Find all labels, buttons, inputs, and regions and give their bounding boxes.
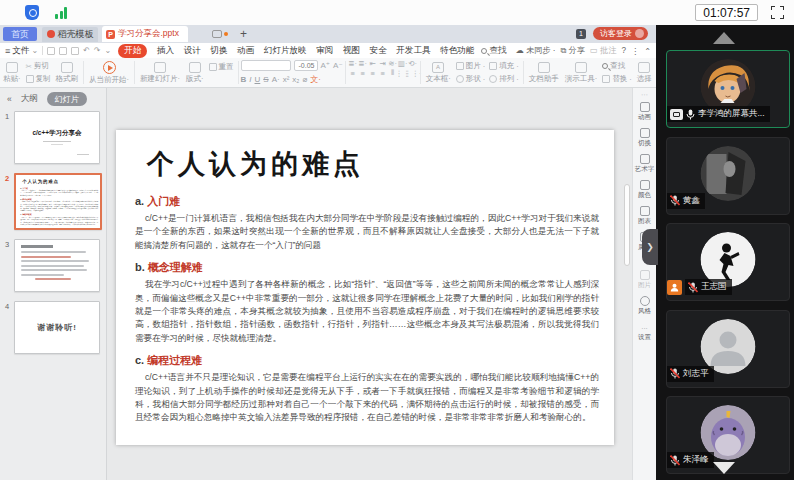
bullet-list-icon[interactable]: ≣· [348, 59, 357, 68]
print-icon[interactable] [59, 47, 67, 55]
clear-format-button[interactable]: ⌀ [302, 75, 307, 84]
menu-slideshow[interactable]: 幻灯片放映 [264, 45, 307, 57]
slides-tab[interactable]: 幻灯片 [47, 92, 87, 106]
scroll-down-arrow[interactable] [713, 462, 735, 474]
outline-tab[interactable]: 大纲 [21, 93, 38, 105]
subscript-button[interactable]: x₂ [292, 75, 299, 84]
decrease-font-icon[interactable]: A⁻ [333, 61, 343, 70]
guest-login-button[interactable]: 访客登录 [593, 27, 648, 40]
new-slide-button[interactable]: 新建幻灯片· [139, 62, 181, 84]
comment-button[interactable]: ▭ 批注 [590, 45, 616, 56]
undo-icon[interactable]: ↶ [83, 46, 90, 55]
panel-expander-handle[interactable]: ❯ [642, 229, 658, 265]
tab-home[interactable]: 首页 [3, 27, 37, 41]
arrange-button[interactable]: 排列· [489, 74, 519, 84]
menu-features[interactable]: 特色功能 [440, 45, 474, 57]
collapse-ribbon-icon[interactable]: ⌃ [644, 46, 651, 56]
help-button[interactable]: ? [621, 46, 626, 55]
strikethrough-button[interactable]: S [263, 75, 268, 84]
participant-tile-wangzhiguo[interactable]: 王志国 [666, 223, 790, 301]
tool-settings[interactable]: ···设置 [638, 325, 651, 342]
slide-thumbnail-1[interactable]: 1 c/c++学习分享会 [0, 111, 106, 164]
menu-devtools[interactable]: 开发工具 [396, 45, 430, 57]
security-shield-icon[interactable] [25, 5, 39, 20]
menu-start[interactable]: 开始 [118, 44, 147, 58]
line-spacing-icon[interactable]: ≋· [388, 59, 397, 68]
cut-button[interactable]: ✂剪切 [26, 61, 51, 71]
align-left-icon[interactable]: ≡ [350, 69, 354, 78]
font-color-button[interactable]: A· [272, 75, 280, 84]
tool-transition[interactable]: 切换 [638, 128, 651, 148]
play-from-current-button[interactable]: 从当前开始· [88, 61, 130, 85]
highlight-button[interactable]: 文· [310, 74, 321, 85]
justify-icon[interactable]: ≡ [380, 69, 384, 78]
strip-handle[interactable]: ⋯ [641, 92, 648, 97]
menu-insert[interactable]: 插入 [157, 45, 174, 57]
superscript-button[interactable]: x² [283, 75, 290, 84]
current-slide[interactable]: 个人认为的难点 a. 入门难 c/C++是一门计算机语言，我相信包括我在内大部分… [116, 130, 614, 445]
participant-tile-lixuehong[interactable]: 李学鸿的屏幕共... [666, 50, 790, 128]
more-quick-icon[interactable]: ⌄ [105, 46, 112, 55]
menu-find[interactable]: 查找 [481, 45, 506, 57]
fill-button[interactable]: 填充· [489, 61, 519, 71]
paste-button[interactable]: 粘贴· [2, 62, 22, 84]
new-tab-button[interactable]: + [240, 27, 247, 41]
menu-design[interactable]: 设计 [184, 45, 201, 57]
scroll-up-arrow[interactable] [713, 32, 735, 44]
slide-thumbnail-3[interactable]: 3 [0, 239, 106, 292]
tab-document[interactable]: P学习分享会.pptx [102, 26, 188, 42]
reset-button[interactable]: 重置 [209, 62, 234, 72]
collapse-panel-icon[interactable]: « [7, 94, 12, 104]
tab-docer[interactable]: 稻壳模板 [42, 27, 98, 42]
window-badge[interactable]: 1 [576, 29, 586, 39]
menu-review[interactable]: 审阅 [316, 45, 333, 57]
find-button[interactable]: 查找 [602, 61, 632, 71]
share-button[interactable]: ⧉ 分享 [560, 45, 585, 56]
increase-font-icon[interactable]: A⁺ [321, 61, 331, 70]
align-right-icon[interactable]: ≡ [370, 69, 374, 78]
slide-thumbnail-4[interactable]: 4 谢谢聆听! [0, 301, 106, 354]
participant-tile-huangxin[interactable]: 黄鑫 [666, 137, 790, 215]
menu-view[interactable]: 视图 [343, 45, 360, 57]
tab-message-area[interactable] [212, 30, 228, 38]
sync-status[interactable]: ☁ 未同步 · [515, 45, 555, 56]
bold-button[interactable]: B [241, 75, 247, 84]
distribute-icon[interactable]: ⫴ [391, 68, 394, 78]
format-painter-button[interactable]: 格式刷 [55, 62, 80, 84]
char-spacing-input[interactable]: -0.05 [294, 60, 318, 71]
columns-icon[interactable]: ▥· [398, 59, 408, 68]
layout-button[interactable]: 版式· [185, 62, 205, 84]
participant-tile-liuzhiping[interactable]: 刘志平 [666, 310, 790, 388]
direction-icon[interactable]: ⟲· [408, 59, 417, 68]
copy-button[interactable]: 复制 [26, 74, 51, 84]
tool-animation[interactable]: 动画 [638, 102, 651, 122]
menu-security[interactable]: 安全 [370, 45, 387, 57]
tool-picture[interactable]: 图片 [638, 270, 651, 290]
tool-style[interactable]: 风格 [638, 296, 651, 316]
text-box-button[interactable]: A文本框· [425, 62, 452, 84]
replace-button[interactable]: 替换· [602, 74, 632, 84]
underline-button[interactable]: U [255, 75, 261, 84]
network-signal-icon[interactable] [55, 6, 67, 19]
select-button[interactable]: 选择 [636, 62, 653, 84]
outdent-icon[interactable]: ⇤ [369, 59, 375, 68]
number-list-icon[interactable]: ≣· [358, 59, 367, 68]
slide-thumbnail-2[interactable]: 2 个人认为的难点 a. 入门难 c/C++是一门计算机语言，我相信包括我在内大… [0, 173, 106, 230]
italic-button[interactable]: I [249, 75, 251, 84]
editor-scrollbar[interactable] [622, 88, 632, 480]
tool-wordart[interactable]: 艺术字 [635, 154, 655, 174]
align-center-icon[interactable]: ≡ [360, 69, 364, 78]
scrollbar-thumb[interactable] [624, 184, 630, 266]
indent-icon[interactable]: ⇥ [379, 59, 385, 68]
file-menu[interactable]: ≡文件⌄ [5, 45, 38, 57]
redo-icon[interactable]: ↷ [94, 46, 101, 55]
menu-transition[interactable]: 切换 [210, 45, 227, 57]
doc-assistant-button[interactable]: 文档助手 [528, 62, 560, 84]
present-tools-button[interactable]: 演示工具· [564, 62, 599, 84]
save-icon[interactable] [47, 47, 55, 55]
tool-chart[interactable]: 图表 [638, 206, 651, 226]
tool-color[interactable]: 颜色 [638, 180, 651, 200]
picture-button[interactable]: 图片· [456, 61, 486, 71]
shapes-button[interactable]: 形状· [456, 74, 486, 84]
more-menu-icon[interactable]: ⋮ [631, 46, 639, 56]
